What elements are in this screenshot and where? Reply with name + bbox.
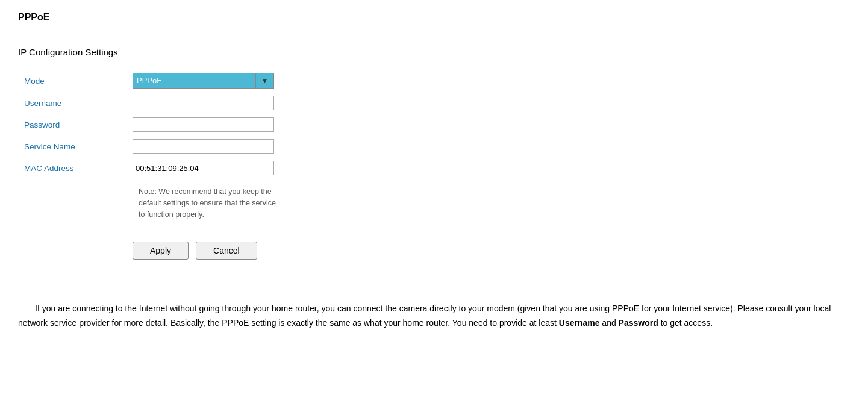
username-row: Username bbox=[24, 92, 289, 114]
button-row: Apply Cancel bbox=[24, 242, 850, 260]
mode-select-cell: PPPoE ▼ bbox=[133, 69, 289, 92]
service-name-cell bbox=[133, 136, 289, 157]
cancel-button[interactable]: Cancel bbox=[196, 242, 257, 260]
mode-label: Mode bbox=[24, 69, 133, 92]
description-section: If you are connecting to the Internet wi… bbox=[18, 302, 849, 331]
service-name-row: Service Name bbox=[24, 136, 289, 157]
username-input[interactable] bbox=[133, 96, 274, 110]
form-table: Mode PPPoE ▼ Username Password bbox=[24, 69, 289, 223]
username-cell bbox=[133, 92, 289, 114]
mac-address-row: MAC Address bbox=[24, 157, 289, 179]
note-text: Note: We recommend that you keep the def… bbox=[139, 186, 283, 220]
note-row: Note: We recommend that you keep the def… bbox=[24, 179, 289, 223]
mode-select-text: PPPoE bbox=[133, 73, 255, 88]
password-input[interactable] bbox=[133, 117, 274, 132]
password-cell bbox=[133, 114, 289, 136]
chevron-down-icon[interactable]: ▼ bbox=[255, 73, 273, 88]
mac-address-label: MAC Address bbox=[24, 157, 133, 179]
mode-select-wrapper[interactable]: PPPoE ▼ bbox=[133, 73, 274, 89]
config-section: IP Configuration Settings Mode PPPoE ▼ U… bbox=[18, 41, 850, 266]
apply-button[interactable]: Apply bbox=[133, 242, 189, 260]
password-row: Password bbox=[24, 114, 289, 136]
password-label: Password bbox=[24, 114, 133, 136]
service-name-input[interactable] bbox=[133, 139, 274, 154]
description-paragraph: If you are connecting to the Internet wi… bbox=[18, 302, 849, 331]
note-spacer bbox=[24, 179, 133, 223]
note-cell: Note: We recommend that you keep the def… bbox=[133, 179, 289, 223]
mac-address-cell bbox=[133, 157, 289, 179]
section-title: IP Configuration Settings bbox=[18, 47, 850, 57]
page-title: PPPoE bbox=[18, 12, 850, 23]
username-label: Username bbox=[24, 92, 133, 114]
mac-address-input[interactable] bbox=[133, 161, 274, 175]
mode-row: Mode PPPoE ▼ bbox=[24, 69, 289, 92]
service-name-label: Service Name bbox=[24, 136, 133, 157]
